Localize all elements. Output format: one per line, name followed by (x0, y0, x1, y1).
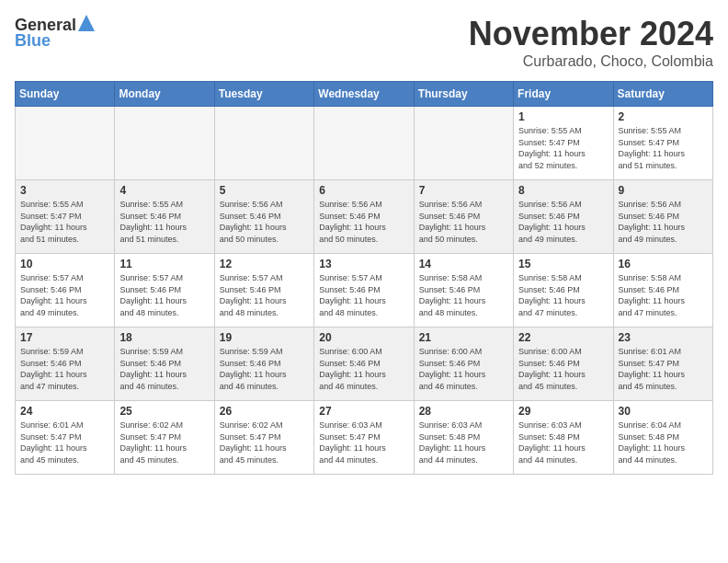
calendar-cell-w4-d4: 21Sunrise: 6:00 AMSunset: 5:46 PMDayligh… (414, 327, 513, 401)
day-info: Sunrise: 5:57 AMSunset: 5:46 PMDaylight:… (20, 272, 109, 318)
calendar-cell-w2-d5: 8Sunrise: 5:56 AMSunset: 5:46 PMDaylight… (514, 180, 613, 254)
logo-text-blue: Blue (15, 31, 51, 51)
day-number: 14 (419, 258, 508, 270)
calendar-cell-w4-d1: 18Sunrise: 5:59 AMSunset: 5:46 PMDayligh… (115, 327, 214, 401)
day-number: 1 (518, 110, 608, 123)
day-info: Sunrise: 6:03 AMSunset: 5:47 PMDaylight:… (319, 419, 408, 465)
day-number: 26 (220, 405, 309, 418)
day-info: Sunrise: 6:03 AMSunset: 5:48 PMDaylight:… (518, 419, 608, 465)
day-number: 15 (518, 258, 608, 270)
header-saturday: Saturday (613, 82, 712, 107)
day-info: Sunrise: 6:04 AMSunset: 5:48 PMDaylight:… (619, 419, 708, 465)
day-number: 24 (20, 405, 109, 418)
day-info: Sunrise: 6:01 AMSunset: 5:47 PMDaylight:… (619, 346, 708, 392)
day-number: 12 (220, 258, 309, 270)
day-number: 16 (619, 258, 708, 270)
day-info: Sunrise: 5:56 AMSunset: 5:46 PMDaylight:… (220, 199, 309, 245)
calendar-cell-w4-d2: 19Sunrise: 5:59 AMSunset: 5:46 PMDayligh… (214, 327, 313, 401)
day-info: Sunrise: 6:00 AMSunset: 5:46 PMDaylight:… (518, 346, 608, 392)
calendar-cell-w2-d1: 4Sunrise: 5:55 AMSunset: 5:46 PMDaylight… (115, 180, 214, 254)
calendar-cell-w3-d2: 12Sunrise: 5:57 AMSunset: 5:46 PMDayligh… (214, 254, 313, 327)
day-info: Sunrise: 6:00 AMSunset: 5:46 PMDaylight:… (419, 346, 508, 392)
calendar-cell-w3-d4: 14Sunrise: 5:58 AMSunset: 5:46 PMDayligh… (414, 254, 513, 327)
day-info: Sunrise: 6:02 AMSunset: 5:47 PMDaylight:… (220, 419, 309, 465)
day-number: 10 (20, 258, 109, 270)
header-monday: Monday (115, 82, 214, 107)
day-number: 11 (119, 258, 209, 270)
calendar-cell-w3-d5: 15Sunrise: 5:58 AMSunset: 5:46 PMDayligh… (514, 254, 613, 327)
day-info: Sunrise: 5:55 AMSunset: 5:47 PMDaylight:… (20, 199, 109, 245)
header-thursday: Thursday (414, 82, 513, 107)
day-info: Sunrise: 5:59 AMSunset: 5:46 PMDaylight:… (119, 346, 209, 392)
calendar-cell-w4-d0: 17Sunrise: 5:59 AMSunset: 5:46 PMDayligh… (16, 327, 115, 401)
header-tuesday: Tuesday (214, 82, 313, 107)
calendar-cell-w3-d6: 16Sunrise: 5:58 AMSunset: 5:46 PMDayligh… (613, 254, 712, 327)
day-info: Sunrise: 5:58 AMSunset: 5:46 PMDaylight:… (619, 272, 708, 318)
day-info: Sunrise: 5:55 AMSunset: 5:47 PMDaylight:… (518, 125, 608, 171)
calendar-week-5: 24Sunrise: 6:01 AMSunset: 5:47 PMDayligh… (16, 401, 713, 475)
calendar-cell-w1-d6: 2Sunrise: 5:55 AMSunset: 5:47 PMDaylight… (613, 107, 712, 180)
calendar-week-4: 17Sunrise: 5:59 AMSunset: 5:46 PMDayligh… (16, 327, 713, 401)
calendar-cell-w1-d3 (314, 107, 414, 180)
calendar-cell-w2-d6: 9Sunrise: 5:56 AMSunset: 5:46 PMDaylight… (613, 180, 712, 254)
calendar-cell-w1-d2 (214, 107, 313, 180)
calendar-cell-w5-d6: 30Sunrise: 6:04 AMSunset: 5:48 PMDayligh… (613, 401, 712, 475)
day-info: Sunrise: 6:00 AMSunset: 5:46 PMDaylight:… (319, 346, 408, 392)
day-number: 21 (419, 331, 508, 344)
day-number: 2 (619, 110, 708, 123)
day-number: 8 (518, 184, 608, 197)
day-info: Sunrise: 5:55 AMSunset: 5:47 PMDaylight:… (619, 125, 708, 171)
day-info: Sunrise: 5:59 AMSunset: 5:46 PMDaylight:… (20, 346, 109, 392)
calendar-cell-w2-d0: 3Sunrise: 5:55 AMSunset: 5:47 PMDaylight… (16, 180, 115, 254)
day-info: Sunrise: 5:59 AMSunset: 5:46 PMDaylight:… (220, 346, 309, 392)
calendar-cell-w1-d1 (115, 107, 214, 180)
calendar-cell-w2-d2: 5Sunrise: 5:56 AMSunset: 5:46 PMDaylight… (214, 180, 313, 254)
day-number: 27 (319, 405, 408, 418)
header-sunday: Sunday (16, 82, 115, 107)
calendar-cell-w2-d4: 7Sunrise: 5:56 AMSunset: 5:46 PMDaylight… (414, 180, 513, 254)
day-number: 13 (319, 258, 408, 270)
day-info: Sunrise: 5:55 AMSunset: 5:46 PMDaylight:… (119, 199, 209, 245)
calendar-cell-w1-d0 (16, 107, 115, 180)
header-friday: Friday (514, 82, 613, 107)
calendar-week-3: 10Sunrise: 5:57 AMSunset: 5:46 PMDayligh… (16, 254, 713, 327)
day-number: 6 (319, 184, 408, 197)
logo: General Blue (15, 15, 95, 51)
day-number: 28 (419, 405, 508, 418)
header-wednesday: Wednesday (314, 82, 414, 107)
day-info: Sunrise: 5:56 AMSunset: 5:46 PMDaylight:… (319, 199, 408, 245)
day-number: 18 (119, 331, 209, 344)
day-info: Sunrise: 5:57 AMSunset: 5:46 PMDaylight:… (319, 272, 408, 318)
logo-triangle-icon (78, 15, 95, 31)
day-info: Sunrise: 5:57 AMSunset: 5:46 PMDaylight:… (220, 272, 309, 318)
calendar-cell-w3-d3: 13Sunrise: 5:57 AMSunset: 5:46 PMDayligh… (314, 254, 414, 327)
calendar-cell-w4-d3: 20Sunrise: 6:00 AMSunset: 5:46 PMDayligh… (314, 327, 414, 401)
day-info: Sunrise: 5:57 AMSunset: 5:46 PMDaylight:… (119, 272, 209, 318)
calendar-cell-w5-d5: 29Sunrise: 6:03 AMSunset: 5:48 PMDayligh… (514, 401, 613, 475)
day-number: 25 (119, 405, 209, 418)
title-block: November 2024 Curbarado, Choco, Colombia (469, 15, 713, 70)
day-info: Sunrise: 5:56 AMSunset: 5:46 PMDaylight:… (419, 199, 508, 245)
day-number: 19 (220, 331, 309, 344)
calendar-week-1: 1Sunrise: 5:55 AMSunset: 5:47 PMDaylight… (16, 107, 713, 180)
location-subtitle: Curbarado, Choco, Colombia (469, 53, 713, 70)
calendar-cell-w5-d1: 25Sunrise: 6:02 AMSunset: 5:47 PMDayligh… (115, 401, 214, 475)
day-number: 23 (619, 331, 708, 344)
day-number: 30 (619, 405, 708, 418)
day-info: Sunrise: 6:03 AMSunset: 5:48 PMDaylight:… (419, 419, 508, 465)
day-number: 3 (20, 184, 109, 197)
page-header: General Blue November 2024 Curbarado, Ch… (15, 15, 713, 70)
calendar-header-row: Sunday Monday Tuesday Wednesday Thursday… (16, 82, 713, 107)
calendar-cell-w2-d3: 6Sunrise: 5:56 AMSunset: 5:46 PMDaylight… (314, 180, 414, 254)
day-number: 9 (619, 184, 708, 197)
day-number: 20 (319, 331, 408, 344)
day-info: Sunrise: 5:58 AMSunset: 5:46 PMDaylight:… (518, 272, 608, 318)
calendar-cell-w4-d6: 23Sunrise: 6:01 AMSunset: 5:47 PMDayligh… (613, 327, 712, 401)
month-year-title: November 2024 (469, 15, 713, 53)
calendar-cell-w4-d5: 22Sunrise: 6:00 AMSunset: 5:46 PMDayligh… (514, 327, 613, 401)
calendar-cell-w5-d3: 27Sunrise: 6:03 AMSunset: 5:47 PMDayligh… (314, 401, 414, 475)
day-number: 4 (119, 184, 209, 197)
day-info: Sunrise: 5:56 AMSunset: 5:46 PMDaylight:… (518, 199, 608, 245)
calendar-cell-w3-d0: 10Sunrise: 5:57 AMSunset: 5:46 PMDayligh… (16, 254, 115, 327)
day-info: Sunrise: 5:58 AMSunset: 5:46 PMDaylight:… (419, 272, 508, 318)
